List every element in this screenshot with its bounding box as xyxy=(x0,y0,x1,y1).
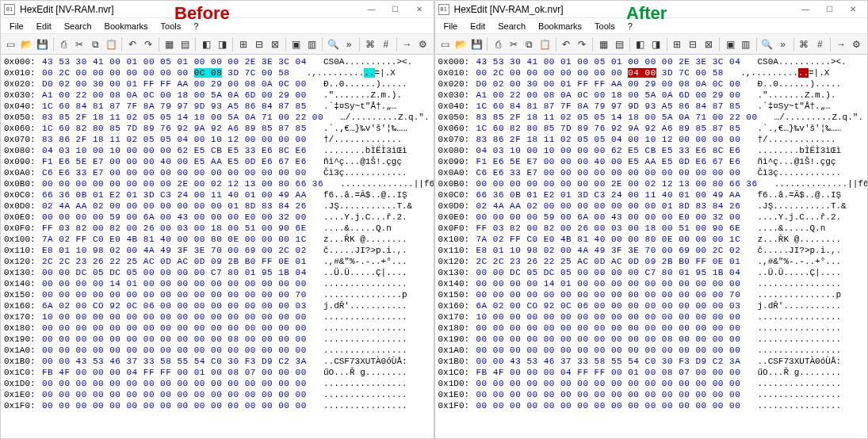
calc-icon[interactable]: ⌘ xyxy=(797,36,811,52)
goto-icon[interactable]: → xyxy=(834,36,848,52)
redo-icon[interactable]: ↷ xyxy=(141,36,155,52)
menu-file[interactable]: File xyxy=(438,20,464,32)
ascii-view[interactable]: ..CSF73XUTÀ0óÙÅ: xyxy=(740,356,841,367)
highlighted-ascii[interactable]: .. xyxy=(364,68,374,78)
ascii-view[interactable]: ................ xyxy=(740,311,841,323)
grid2-icon[interactable]: ▤ xyxy=(178,36,193,52)
save-icon[interactable]: 💾 xyxy=(469,36,484,52)
hex-bytes[interactable]: 00 00 00 00 00 00 00 00 00 00 00 08 00 0… xyxy=(476,334,741,345)
maximize-button[interactable]: ☐ xyxy=(384,2,407,17)
ascii-view[interactable]: ................ xyxy=(740,334,841,345)
hex-bytes[interactable]: 83 85 2F 18 11 02 05 05 14 18 00 5A 0A 7… xyxy=(42,112,323,123)
ascii-view[interactable]: ................ xyxy=(307,400,407,411)
hex-bytes[interactable]: 02 4A AA 02 00 00 00 00 00 00 00 01 8D 8… xyxy=(476,200,741,212)
ascii-view[interactable]: .JŞ...........T.& xyxy=(307,200,412,212)
bin-icon[interactable]: ⚙ xyxy=(416,36,430,52)
print-icon[interactable]: ⎙ xyxy=(491,36,505,52)
hex-bytes[interactable]: 00 00 00 00 00 00 00 00 00 00 00 00 00 0… xyxy=(42,378,307,389)
ascii-view[interactable]: Đ..0......)..... xyxy=(307,78,407,90)
hex-bytes[interactable]: 2C 2C 23 26 22 25 AC 0D AC 0D 09 2B B0 F… xyxy=(476,256,741,267)
hex-bytes[interactable]: 00 00 00 00 14 01 00 00 00 00 00 00 00 0… xyxy=(476,278,741,289)
hex-row[interactable]: 0x140:00 00 00 00 14 01 00 00 00 00 00 0… xyxy=(438,278,865,289)
highlighted-bytes[interactable]: 04 00 xyxy=(628,68,656,78)
ascii-view[interactable]: ................ xyxy=(307,278,407,289)
hex-row[interactable]: 0x040:1C 60 84 81 87 7F 8A 79 97 9D 93 A… xyxy=(4,101,430,112)
undo-icon[interactable]: ↶ xyxy=(125,36,140,52)
hash-icon[interactable]: # xyxy=(813,36,827,52)
ascii-view[interactable]: ................ xyxy=(307,378,407,389)
hex-row[interactable]: 0x150:00 00 00 00 00 00 00 00 00 00 00 0… xyxy=(4,289,430,300)
ascii-view[interactable]: CS0A..........><. xyxy=(740,56,846,67)
hex-bytes[interactable]: 00 00 00 00 00 00 00 00 00 00 00 00 00 0… xyxy=(42,323,307,334)
hash-icon[interactable]: # xyxy=(379,36,393,52)
tool2-icon[interactable]: ▥ xyxy=(304,36,319,52)
ascii-view[interactable]: .".......Z.m.). xyxy=(307,90,402,101)
hex-bytes[interactable]: 6A 02 00 CO 92 0C 06 00 00 00 00 00 00 0… xyxy=(42,300,307,311)
hex-bytes[interactable]: 6A 02 00 CO 92 0C 06 00 00 00 00 00 00 0… xyxy=(476,300,741,311)
mark1-icon[interactable]: ◧ xyxy=(199,36,213,52)
maximize-button[interactable]: ☐ xyxy=(818,2,840,17)
ascii-view[interactable]: .".......Z.m.). xyxy=(740,90,835,101)
hex-bytes[interactable]: 00 2C 00 00 00 00 00 00 00 0C 08 3D 7C 0… xyxy=(42,67,289,78)
ascii-view[interactable]: .`.‚€…}‰v'š'¦‰…… xyxy=(740,123,841,134)
ascii-view[interactable]: Čì3ç............ xyxy=(740,167,841,178)
minimize-button[interactable]: — xyxy=(361,2,383,17)
hex-row[interactable]: 0x160:6A 02 00 CO 92 0C 06 00 00 00 00 0… xyxy=(4,300,430,311)
hex-row[interactable]: 0x040:1C 60 84 81 87 7F 8A 79 97 9D 93 A… xyxy=(438,101,865,112)
findnext-icon[interactable]: » xyxy=(776,36,790,52)
close-button[interactable]: ✕ xyxy=(408,2,430,17)
hex-bytes[interactable]: 00 00 00 00 00 00 00 00 00 00 00 00 00 0… xyxy=(476,389,741,400)
hex-row[interactable]: 0x170:10 00 00 00 00 00 00 00 00 00 00 0… xyxy=(438,311,865,323)
paste-icon[interactable]: 📋 xyxy=(104,36,118,52)
goto-icon[interactable]: → xyxy=(400,36,415,52)
ascii-view[interactable]: j.dŘ'........... xyxy=(740,300,841,311)
hex-bytes[interactable]: 43 53 30 41 00 01 00 05 01 00 00 00 2E 3… xyxy=(476,56,741,67)
ascii-view[interactable]: ................ xyxy=(740,389,841,400)
hex-bytes[interactable]: D0 02 00 30 00 01 FF FF AA 00 29 00 08 0… xyxy=(476,78,741,90)
hex-bytes[interactable]: 1C 60 84 81 87 7F 8A 79 97 9D 93 A5 86 8… xyxy=(42,101,307,112)
new-icon[interactable]: ▭ xyxy=(438,36,453,52)
copy-icon[interactable]: ⧉ xyxy=(522,36,537,52)
print-icon[interactable]: ⎙ xyxy=(57,36,71,52)
hex-row[interactable]: 0x1F0:00 00 00 00 00 00 00 00 00 00 00 0… xyxy=(4,400,430,411)
hex-row[interactable]: 0x190:00 00 00 00 00 00 00 00 00 00 00 0… xyxy=(438,334,865,345)
hex-row[interactable]: 0x0C0:66 36 0B 01 E2 01 3D C3 24 00 11 4… xyxy=(4,189,430,200)
ascii-view[interactable]: č.....JI?>p.i.,. xyxy=(307,245,407,256)
hex-bytes[interactable]: 00 00 DC 05 DC 05 00 00 00 00 C7 80 01 9… xyxy=(476,267,741,278)
undo-icon[interactable]: ↶ xyxy=(560,36,574,52)
ascii-view[interactable]: ................ xyxy=(307,323,407,334)
ascii-view[interactable]: Čì3ç............ xyxy=(307,167,407,178)
mark1-icon[interactable]: ◧ xyxy=(633,36,648,52)
ascii-view[interactable]: ...............p xyxy=(740,289,841,300)
hex-bytes[interactable]: 1C 60 82 80 85 7D 89 76 92 9A 92 A6 89 8… xyxy=(42,123,307,134)
hex-bytes[interactable]: 00 00 00 00 00 00 00 00 00 00 00 00 00 0… xyxy=(476,289,741,300)
hex-bytes[interactable]: 00 00 00 00 00 00 00 00 2E 00 02 12 13 0… xyxy=(42,178,323,189)
ascii-view[interactable]: CS0A..........><. xyxy=(307,56,412,67)
calc-icon[interactable]: ⌘ xyxy=(363,36,377,52)
op1-icon[interactable]: ⊞ xyxy=(671,36,685,52)
hex-bytes[interactable]: 00 2C 00 00 00 00 00 00 00 04 00 3D 7C 0… xyxy=(476,67,724,78)
hex-row[interactable]: 0x1B0:00 00 43 53 46 37 33 58 55 54 C0 3… xyxy=(438,356,865,367)
hex-bytes[interactable]: 00 00 00 00 00 00 00 00 2E 00 02 12 13 0… xyxy=(476,178,758,189)
hex-row[interactable]: 0x140:00 00 00 00 14 01 00 00 00 00 00 0… xyxy=(4,278,430,289)
close-button[interactable]: ✕ xyxy=(842,2,864,17)
tool1-icon[interactable]: ▣ xyxy=(289,36,304,52)
hex-bytes[interactable]: 00 00 00 00 00 00 00 00 00 00 00 00 00 0… xyxy=(42,389,307,400)
ascii-view[interactable]: …/.........Z.q.". xyxy=(758,112,863,123)
op3-icon[interactable]: ⊠ xyxy=(268,36,282,52)
open-icon[interactable]: 📂 xyxy=(453,36,468,52)
hex-bytes[interactable]: 00 00 00 00 00 00 00 00 00 00 00 00 00 0… xyxy=(476,378,741,389)
grid1-icon[interactable]: ▦ xyxy=(596,36,610,52)
op2-icon[interactable]: ⊟ xyxy=(686,36,700,52)
grid2-icon[interactable]: ▤ xyxy=(612,36,626,52)
hex-bytes[interactable]: C6 E6 33 E7 00 00 00 00 00 00 00 00 00 0… xyxy=(42,167,307,178)
hex-row[interactable]: 0x1F0:00 00 00 00 00 00 00 00 00 00 00 0… xyxy=(438,400,865,411)
hex-bytes[interactable]: 66 36 0B 01 E2 01 3D C3 24 00 11 40 01 0… xyxy=(42,189,307,200)
op2-icon[interactable]: ⊟ xyxy=(252,36,266,52)
menu-tools[interactable]: Tools xyxy=(589,20,621,32)
ascii-view[interactable]: .,#&"%-.-..+°... xyxy=(740,256,841,267)
hex-row[interactable]: 0x1B0:00 00 43 53 46 37 33 58 55 54 C0 3… xyxy=(4,356,430,367)
hex-row[interactable]: 0x1E0:00 00 00 00 00 00 00 00 00 00 00 0… xyxy=(4,389,430,400)
hex-row[interactable]: 0x0A0:C6 E6 33 E7 00 00 00 00 00 00 00 0… xyxy=(4,167,430,178)
hex-bytes[interactable]: 00 00 00 00 00 00 00 00 00 00 00 08 00 0… xyxy=(42,334,307,345)
